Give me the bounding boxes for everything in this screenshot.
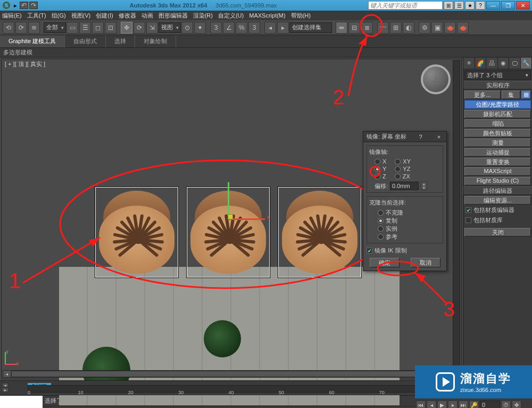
- unlink-icon[interactable]: ⟳: [15, 22, 27, 34]
- ribbon-tab-graphite[interactable]: Graphite 建模工具: [0, 35, 65, 47]
- util-btn-1[interactable]: 摄影机匹配: [464, 110, 531, 118]
- cmdtab-display-icon[interactable]: 🖵: [509, 58, 521, 69]
- radio-instance[interactable]: 实例: [378, 225, 440, 233]
- radio-noclone[interactable]: 不克隆: [378, 209, 440, 217]
- cmdtab-modify-icon[interactable]: 🌈: [475, 58, 487, 69]
- util-btn-2[interactable]: 塌陷: [464, 119, 531, 128]
- select-by-name-icon[interactable]: ☰: [79, 22, 91, 34]
- radio-reference[interactable]: 参考: [378, 233, 440, 241]
- close-button[interactable]: ✕: [516, 1, 530, 10]
- play-icon[interactable]: ▶: [437, 401, 447, 409]
- menu-modifiers[interactable]: 修改器: [119, 12, 136, 20]
- window-crossing-icon[interactable]: ⊡: [105, 22, 117, 34]
- config-button-icon[interactable]: ▦: [521, 91, 531, 99]
- ribbon-tab-objectpaint[interactable]: 对象绘制: [135, 35, 176, 47]
- menu-tools[interactable]: 工具(T): [27, 12, 46, 20]
- ribbon-tab-selection[interactable]: 选择: [106, 35, 135, 47]
- selection-readout[interactable]: 选择了 3 个组: [464, 70, 531, 80]
- util-btn-5[interactable]: 运动捕捉: [464, 148, 531, 157]
- chk-include-mat-editor[interactable]: ✔包括材质编辑器: [464, 206, 531, 215]
- cmdtab-motion-icon[interactable]: ◉: [498, 58, 510, 69]
- ribbon-panel[interactable]: 多边形建模: [0, 48, 532, 58]
- menu-help[interactable]: 帮助(H): [291, 12, 311, 20]
- align-icon[interactable]: ⊟: [348, 22, 360, 34]
- pan-view-icon[interactable]: ✥: [512, 401, 521, 409]
- undo-icon[interactable]: ↶: [20, 2, 28, 9]
- bind-spacewarp-icon[interactable]: ≋: [28, 22, 40, 34]
- infocentre-btn2[interactable]: ☰: [454, 1, 464, 10]
- schematic-icon[interactable]: ⊞: [390, 22, 402, 34]
- named-sel-prev-icon[interactable]: ◂: [264, 22, 276, 34]
- radio-xy[interactable]: XY: [395, 158, 411, 165]
- keymode-icon[interactable]: 🔑: [469, 401, 479, 409]
- material-editor-icon[interactable]: ◐: [403, 22, 414, 34]
- radio-copy[interactable]: 复制: [378, 217, 440, 225]
- next-frame-icon[interactable]: ▸: [448, 401, 458, 409]
- spinner-snap-icon[interactable]: 3: [248, 22, 260, 34]
- redo-icon[interactable]: ↷: [29, 2, 38, 9]
- util-btn-6[interactable]: 重置变换: [464, 158, 531, 166]
- offset-input[interactable]: [390, 182, 419, 190]
- chk-mirror-ik[interactable]: ✔镜像 IK 限制: [367, 247, 443, 255]
- cmdtab-utilities-icon[interactable]: 🔧: [521, 58, 533, 69]
- viewport-vscroll[interactable]: [453, 60, 460, 369]
- hscroll-thumb[interactable]: [12, 371, 427, 377]
- scale-icon[interactable]: ⇲: [146, 22, 158, 34]
- menu-rendering[interactable]: 渲染(R): [193, 12, 213, 20]
- current-frame-input[interactable]: 0: [480, 401, 500, 409]
- minimize-button[interactable]: —: [486, 1, 500, 10]
- menu-customize[interactable]: 自定义(U): [218, 12, 244, 20]
- sets-button[interactable]: 集: [502, 91, 520, 99]
- rotate-icon[interactable]: ⟳: [134, 22, 145, 34]
- radio-zx[interactable]: ZX: [395, 173, 410, 179]
- radio-y[interactable]: Y: [375, 166, 386, 172]
- menu-group[interactable]: 组(G): [52, 12, 66, 20]
- edit-resources-button[interactable]: 编辑资源...: [464, 196, 531, 205]
- refcoord-combo[interactable]: 视图: [159, 22, 181, 33]
- time-config-icon[interactable]: ⏱: [501, 401, 511, 409]
- rendered-frame-icon[interactable]: ▣: [431, 22, 443, 34]
- chk-include-mat-lib[interactable]: 包括材质库: [464, 216, 531, 225]
- menu-grapheditors[interactable]: 图形编辑器: [159, 12, 188, 20]
- use-pivot-icon[interactable]: ⊙: [181, 22, 193, 34]
- rollout-patheditor[interactable]: 路径编辑器: [463, 186, 532, 195]
- util-btn-7[interactable]: MAXScript: [464, 167, 531, 176]
- rollout-utilities[interactable]: 实用程序: [463, 81, 532, 89]
- named-selection-set-input[interactable]: [289, 22, 332, 33]
- menu-views[interactable]: 视图(V): [71, 12, 91, 20]
- goto-start-icon[interactable]: ⏮: [416, 401, 426, 409]
- mirror-icon[interactable]: ⇹: [336, 22, 347, 34]
- select-icon[interactable]: ▭: [66, 22, 78, 34]
- viewport-hscroll[interactable]: ◂ ▸: [3, 370, 452, 378]
- layers-icon[interactable]: ≣: [361, 22, 373, 34]
- hscroll-left-icon[interactable]: ◂: [3, 371, 11, 377]
- dialog-help-icon[interactable]: ?: [419, 134, 422, 140]
- menu-edit[interactable]: 编辑(E): [2, 12, 22, 20]
- render-setup-icon[interactable]: ⚙: [419, 22, 430, 34]
- curve-editor-icon[interactable]: 〰: [377, 22, 389, 34]
- angle-snap-icon[interactable]: ∠: [223, 22, 235, 34]
- move-gizmo-x-icon[interactable]: [228, 218, 265, 220]
- util-btn-0[interactable]: 位图/光度学路径: [464, 100, 531, 109]
- rect-region-icon[interactable]: ◻: [92, 22, 104, 34]
- infocentre-btn4[interactable]: ?: [476, 1, 485, 10]
- prev-frame-icon[interactable]: ◂: [427, 401, 436, 409]
- search-input[interactable]: [368, 1, 443, 10]
- ribbon-tab-freeform[interactable]: 自由形式: [65, 35, 106, 47]
- menu-maxscript[interactable]: MAXScript(M): [249, 12, 285, 19]
- close-rollout-button[interactable]: 关闭: [464, 228, 531, 236]
- time-slider-snap[interactable]: ◂▸: [2, 383, 9, 392]
- ok-button[interactable]: 确定: [370, 258, 400, 267]
- cmdtab-create-icon[interactable]: ✳: [463, 58, 475, 69]
- dialog-close-icon[interactable]: ×: [435, 134, 443, 140]
- infocentre-btn1[interactable]: ⊞: [444, 1, 453, 10]
- cmdtab-hierarchy-icon[interactable]: 品: [486, 58, 498, 69]
- manipulate-icon[interactable]: ✦: [194, 22, 206, 34]
- move-icon[interactable]: ✥: [121, 22, 132, 34]
- util-btn-8[interactable]: Flight Studio (C): [464, 177, 531, 185]
- render-icon[interactable]: 🫖: [444, 22, 456, 34]
- menu-animation[interactable]: 动画: [142, 12, 153, 20]
- radio-z[interactable]: Z: [375, 173, 386, 179]
- viewcube[interactable]: 上: [421, 64, 451, 94]
- infocentre-btn3[interactable]: ★: [465, 1, 475, 10]
